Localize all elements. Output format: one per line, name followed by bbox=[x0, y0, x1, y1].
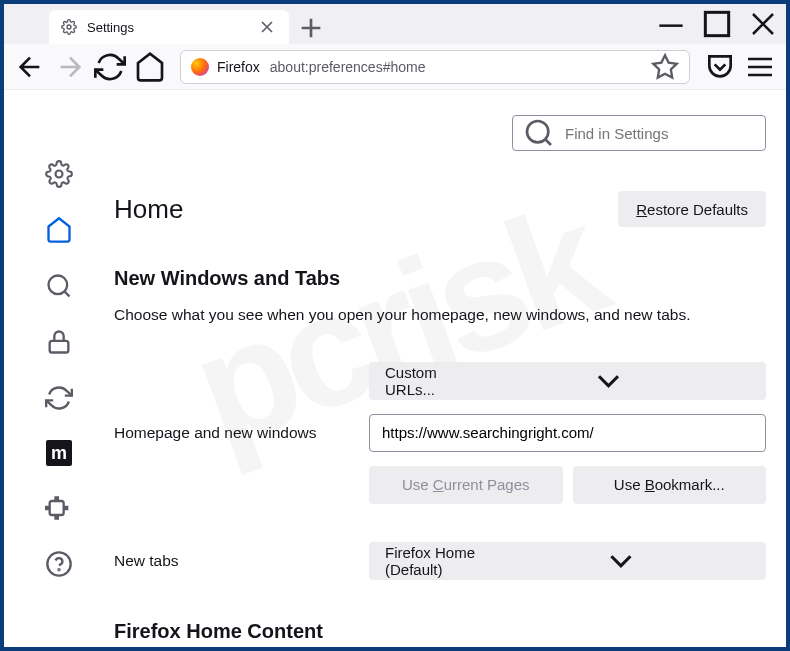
sidebar-sync-icon[interactable] bbox=[45, 384, 73, 412]
sidebar-help-icon[interactable] bbox=[45, 550, 73, 578]
homepage-url-input[interactable] bbox=[369, 414, 766, 452]
url-path: about:preferences#home bbox=[270, 59, 426, 75]
tab-title: Settings bbox=[87, 20, 247, 35]
search-icon bbox=[523, 116, 555, 150]
newtabs-select[interactable]: Firefox Home (Default) bbox=[369, 542, 766, 580]
page-title: Home bbox=[114, 194, 183, 225]
use-current-pages-button: Use Current Pages bbox=[369, 466, 563, 504]
chevron-down-icon bbox=[467, 362, 750, 400]
sidebar-home-icon[interactable] bbox=[45, 216, 73, 244]
sidebar-general-icon[interactable] bbox=[45, 160, 73, 188]
chevron-down-icon bbox=[492, 542, 750, 580]
settings-main: Home Restore Defaults New Windows and Ta… bbox=[114, 90, 786, 647]
homepage-mode-select[interactable]: Custom URLs... bbox=[369, 362, 766, 400]
sidebar-privacy-icon[interactable] bbox=[45, 328, 73, 356]
newtabs-label: New tabs bbox=[114, 552, 369, 570]
url-identity: Firefox bbox=[191, 58, 260, 76]
app-menu-button[interactable] bbox=[742, 51, 778, 83]
restore-defaults-button[interactable]: Restore Defaults bbox=[618, 191, 766, 227]
select-value: Firefox Home (Default) bbox=[385, 544, 492, 578]
svg-marker-2 bbox=[653, 55, 676, 77]
tab-strip: Settings bbox=[4, 4, 786, 44]
svg-point-4 bbox=[49, 276, 68, 295]
sidebar-search-icon[interactable] bbox=[45, 272, 73, 300]
section-title-windows-tabs: New Windows and Tabs bbox=[114, 267, 766, 290]
url-bar[interactable]: Firefox about:preferences#home bbox=[180, 50, 690, 84]
svg-rect-5 bbox=[50, 341, 69, 353]
browser-tab[interactable]: Settings bbox=[49, 10, 289, 44]
settings-sidebar: m bbox=[4, 90, 114, 647]
section-description: Choose what you see when you open your h… bbox=[114, 304, 766, 326]
home-button[interactable] bbox=[132, 51, 168, 83]
svg-point-8 bbox=[527, 121, 548, 142]
back-button[interactable] bbox=[12, 51, 48, 83]
pocket-button[interactable] bbox=[702, 51, 738, 83]
homepage-label: Homepage and new windows bbox=[114, 424, 369, 442]
settings-search-input[interactable] bbox=[565, 125, 755, 142]
svg-point-3 bbox=[56, 171, 63, 178]
svg-rect-1 bbox=[705, 12, 728, 35]
forward-button bbox=[52, 51, 88, 83]
window-controls bbox=[648, 4, 786, 44]
sidebar-more-icon[interactable]: m bbox=[46, 440, 72, 466]
gear-icon bbox=[61, 19, 77, 35]
reload-button[interactable] bbox=[92, 51, 128, 83]
select-value: Custom URLs... bbox=[385, 364, 467, 398]
use-bookmark-button[interactable]: Use Bookmark... bbox=[573, 466, 767, 504]
maximize-button[interactable] bbox=[694, 4, 740, 44]
close-icon[interactable] bbox=[257, 17, 277, 37]
settings-search[interactable] bbox=[512, 115, 766, 151]
sidebar-extensions-icon[interactable] bbox=[45, 494, 73, 522]
firefox-logo-icon bbox=[191, 58, 209, 76]
nav-bar: Firefox about:preferences#home bbox=[4, 44, 786, 90]
minimize-button[interactable] bbox=[648, 4, 694, 44]
close-window-button[interactable] bbox=[740, 4, 786, 44]
new-tab-button[interactable] bbox=[295, 12, 327, 44]
svg-point-0 bbox=[67, 25, 71, 29]
bookmark-star-icon[interactable] bbox=[651, 53, 679, 81]
section-title-home-content: Firefox Home Content bbox=[114, 620, 766, 643]
svg-point-7 bbox=[58, 569, 59, 570]
url-identity-text: Firefox bbox=[217, 59, 260, 75]
